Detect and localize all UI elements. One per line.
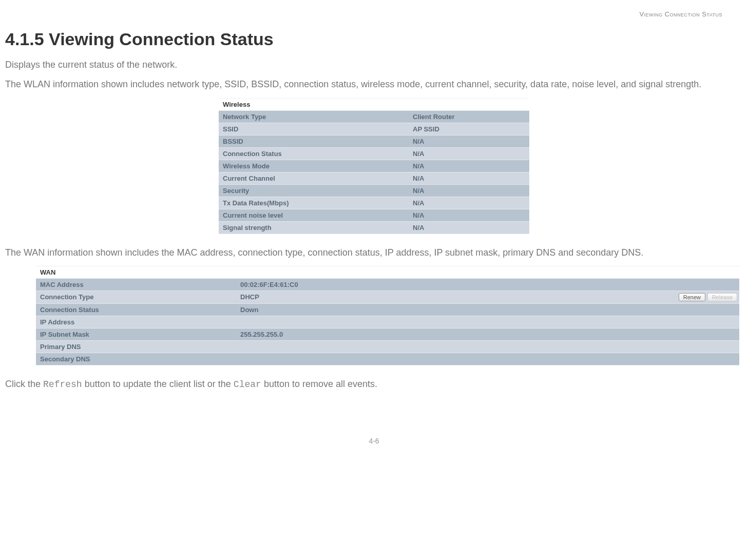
row-label: Primary DNS: [36, 340, 236, 353]
table-row: IP Subnet Mask255.255.255.0: [36, 328, 739, 340]
table-row: SSIDAP SSID: [219, 123, 529, 135]
table-row: SecurityN/A: [219, 184, 529, 197]
row-value: DHCP: [236, 291, 667, 303]
row-label: Connection Status: [36, 303, 236, 316]
wlan-paragraph: The WLAN information shown includes netw…: [5, 78, 743, 90]
row-value: N/A: [409, 147, 529, 160]
wireless-table: Wireless Network TypeClient RouterSSIDAP…: [219, 98, 529, 234]
table-row: BSSIDN/A: [219, 135, 529, 147]
wan-table: WAN MAC Address00:02:6F:E4:61:C0Connecti…: [36, 266, 739, 365]
release-button[interactable]: Release: [707, 293, 737, 301]
table-row: Connection StatusN/A: [219, 147, 529, 160]
table-row: Secondary DNS: [36, 353, 739, 365]
closing-mid: button to update the client list or the: [82, 379, 234, 389]
table-row: Current noise levelN/A: [219, 209, 529, 221]
row-value: 00:02:6F:E4:61:C0: [236, 278, 739, 291]
wan-paragraph: The WAN information shown includes the M…: [5, 246, 743, 259]
closing-prefix: Click the: [5, 379, 43, 389]
table-row: Connection TypeDHCPRenew Release: [36, 291, 739, 303]
wan-table-wrap: WAN MAC Address00:02:6F:E4:61:C0Connecti…: [5, 266, 743, 365]
row-label: Wireless Mode: [219, 160, 409, 172]
row-label: MAC Address: [36, 278, 236, 291]
section-heading: 4.1.5 Viewing Connection Status: [5, 29, 743, 49]
closing-paragraph: Click the Refresh button to update the c…: [5, 378, 743, 391]
row-value: [236, 340, 739, 353]
row-value: N/A: [409, 184, 529, 197]
wan-caption: WAN: [36, 266, 739, 278]
row-value: N/A: [409, 197, 529, 209]
running-head: Viewing Connection Status: [5, 10, 743, 18]
refresh-code: Refresh: [43, 379, 82, 390]
table-row: Wireless ModeN/A: [219, 160, 529, 172]
row-label: Connection Type: [36, 291, 236, 303]
row-value: N/A: [409, 135, 529, 147]
row-value: AP SSID: [409, 123, 529, 135]
table-row: Primary DNS: [36, 340, 739, 353]
row-label: Tx Data Rates(Mbps): [219, 197, 409, 209]
section-title-text: Viewing Connection Status: [49, 29, 274, 49]
table-row: Signal strengthN/A: [219, 221, 529, 234]
table-row: Tx Data Rates(Mbps)N/A: [219, 197, 529, 209]
page-number: 4-6: [5, 437, 743, 445]
table-row: Network TypeClient Router: [219, 110, 529, 123]
row-label: Network Type: [219, 110, 409, 123]
running-head-text: Viewing Connection Status: [639, 10, 722, 18]
clear-code: Clear: [234, 379, 261, 390]
wireless-table-wrap: Wireless Network TypeClient RouterSSIDAP…: [5, 98, 743, 234]
row-value: N/A: [409, 221, 529, 234]
row-label: SSID: [219, 123, 409, 135]
row-label: Current noise level: [219, 209, 409, 221]
row-value: N/A: [409, 172, 529, 184]
row-label: IP Subnet Mask: [36, 328, 236, 340]
wan-caption-row: WAN: [36, 266, 739, 278]
intro-paragraph: Displays the current status of the netwo…: [5, 59, 743, 71]
wireless-caption-row: Wireless: [219, 98, 529, 110]
row-label: Security: [219, 184, 409, 197]
table-row: MAC Address00:02:6F:E4:61:C0: [36, 278, 739, 291]
table-row: IP Address: [36, 316, 739, 328]
row-value: 255.255.255.0: [236, 328, 739, 340]
row-value: N/A: [409, 209, 529, 221]
row-label: Connection Status: [219, 147, 409, 160]
section-number: 4.1.5: [5, 29, 44, 49]
renew-button[interactable]: Renew: [679, 293, 705, 301]
row-value: Down: [236, 303, 739, 316]
table-row: Connection StatusDown: [36, 303, 739, 316]
row-label: Secondary DNS: [36, 353, 236, 365]
row-label: Current Channel: [219, 172, 409, 184]
table-row: Current ChannelN/A: [219, 172, 529, 184]
row-label: IP Address: [36, 316, 236, 328]
row-label: Signal strength: [219, 221, 409, 234]
wireless-caption: Wireless: [219, 98, 529, 110]
row-value: N/A: [409, 160, 529, 172]
row-value: Client Router: [409, 110, 529, 123]
row-label: BSSID: [219, 135, 409, 147]
row-actions: Renew Release: [667, 291, 739, 303]
closing-suffix: button to remove all events.: [261, 379, 377, 389]
row-value: [236, 316, 739, 328]
row-value: [236, 353, 739, 365]
